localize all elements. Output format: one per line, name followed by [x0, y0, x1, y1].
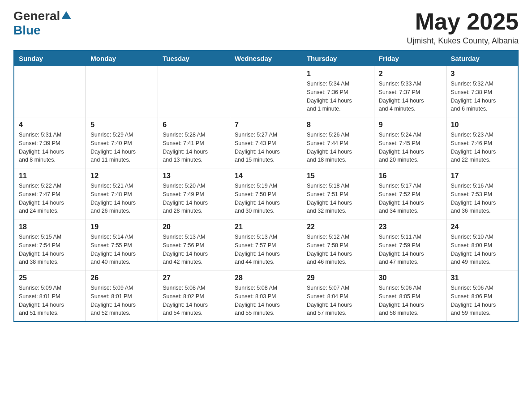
- calendar-cell: 9Sunrise: 5:24 AM Sunset: 7:45 PM Daylig…: [374, 117, 446, 168]
- day-number: 14: [235, 172, 297, 180]
- svg-marker-0: [61, 11, 71, 19]
- day-info: Sunrise: 5:15 AM Sunset: 7:54 PM Dayligh…: [19, 233, 81, 266]
- day-number: 18: [19, 223, 81, 231]
- day-number: 13: [163, 172, 225, 180]
- day-number: 19: [90, 223, 153, 231]
- day-info: Sunrise: 5:22 AM Sunset: 7:47 PM Dayligh…: [19, 182, 81, 215]
- col-header-friday: Friday: [374, 51, 446, 66]
- day-info: Sunrise: 5:08 AM Sunset: 8:03 PM Dayligh…: [235, 284, 297, 317]
- day-number: 3: [451, 70, 513, 78]
- logo: General Blue: [13, 9, 71, 38]
- day-info: Sunrise: 5:08 AM Sunset: 8:02 PM Dayligh…: [163, 284, 225, 317]
- calendar-cell: 11Sunrise: 5:22 AM Sunset: 7:47 PM Dayli…: [14, 168, 86, 219]
- calendar-cell: 25Sunrise: 5:09 AM Sunset: 8:01 PM Dayli…: [14, 270, 86, 322]
- calendar-cell: 28Sunrise: 5:08 AM Sunset: 8:03 PM Dayli…: [230, 270, 302, 322]
- day-info: Sunrise: 5:26 AM Sunset: 7:44 PM Dayligh…: [307, 131, 369, 164]
- calendar-cell: 21Sunrise: 5:13 AM Sunset: 7:57 PM Dayli…: [230, 219, 302, 270]
- title-block: May 2025 Ujmisht, Kukes County, Albania: [407, 9, 519, 46]
- day-info: Sunrise: 5:28 AM Sunset: 7:41 PM Dayligh…: [163, 131, 225, 164]
- calendar-cell: 3Sunrise: 5:32 AM Sunset: 7:38 PM Daylig…: [446, 66, 518, 117]
- calendar-cell: 5Sunrise: 5:29 AM Sunset: 7:40 PM Daylig…: [86, 117, 158, 168]
- col-header-tuesday: Tuesday: [158, 51, 230, 66]
- col-header-saturday: Saturday: [446, 51, 518, 66]
- calendar-cell: 31Sunrise: 5:06 AM Sunset: 8:06 PM Dayli…: [446, 270, 518, 322]
- day-number: 30: [379, 274, 442, 282]
- day-info: Sunrise: 5:32 AM Sunset: 7:38 PM Dayligh…: [451, 80, 513, 113]
- day-number: 27: [163, 274, 225, 282]
- day-number: 5: [90, 121, 153, 129]
- day-info: Sunrise: 5:33 AM Sunset: 7:37 PM Dayligh…: [379, 80, 442, 113]
- calendar-week-row: 1Sunrise: 5:34 AM Sunset: 7:36 PM Daylig…: [14, 66, 518, 117]
- day-info: Sunrise: 5:27 AM Sunset: 7:43 PM Dayligh…: [235, 131, 297, 164]
- day-info: Sunrise: 5:12 AM Sunset: 7:58 PM Dayligh…: [307, 233, 369, 266]
- day-number: 7: [235, 121, 297, 129]
- day-number: 8: [307, 121, 369, 129]
- col-header-monday: Monday: [86, 51, 158, 66]
- day-number: 22: [307, 223, 369, 231]
- day-number: 20: [163, 223, 225, 231]
- calendar-cell: 2Sunrise: 5:33 AM Sunset: 7:37 PM Daylig…: [374, 66, 446, 117]
- calendar-cell: 8Sunrise: 5:26 AM Sunset: 7:44 PM Daylig…: [302, 117, 374, 168]
- col-header-thursday: Thursday: [302, 51, 374, 66]
- calendar-cell: 23Sunrise: 5:11 AM Sunset: 7:59 PM Dayli…: [374, 219, 446, 270]
- calendar-cell: 19Sunrise: 5:14 AM Sunset: 7:55 PM Dayli…: [86, 219, 158, 270]
- day-info: Sunrise: 5:20 AM Sunset: 7:49 PM Dayligh…: [163, 182, 225, 215]
- calendar-cell: 12Sunrise: 5:21 AM Sunset: 7:48 PM Dayli…: [86, 168, 158, 219]
- calendar-week-row: 25Sunrise: 5:09 AM Sunset: 8:01 PM Dayli…: [14, 270, 518, 322]
- day-info: Sunrise: 5:10 AM Sunset: 8:00 PM Dayligh…: [451, 233, 513, 266]
- day-number: 2: [379, 70, 442, 78]
- col-header-wednesday: Wednesday: [230, 51, 302, 66]
- day-info: Sunrise: 5:06 AM Sunset: 8:06 PM Dayligh…: [451, 284, 513, 317]
- calendar-cell: 16Sunrise: 5:17 AM Sunset: 7:52 PM Dayli…: [374, 168, 446, 219]
- calendar-cell: 17Sunrise: 5:16 AM Sunset: 7:53 PM Dayli…: [446, 168, 518, 219]
- day-number: 10: [451, 121, 513, 129]
- day-number: 25: [19, 274, 81, 282]
- calendar-cell: 22Sunrise: 5:12 AM Sunset: 7:58 PM Dayli…: [302, 219, 374, 270]
- day-number: 24: [451, 223, 513, 231]
- col-header-sunday: Sunday: [14, 51, 86, 66]
- day-info: Sunrise: 5:21 AM Sunset: 7:48 PM Dayligh…: [90, 182, 153, 215]
- day-info: Sunrise: 5:07 AM Sunset: 8:04 PM Dayligh…: [307, 284, 369, 317]
- day-info: Sunrise: 5:09 AM Sunset: 8:01 PM Dayligh…: [19, 284, 81, 317]
- day-info: Sunrise: 5:31 AM Sunset: 7:39 PM Dayligh…: [19, 131, 81, 164]
- logo-blue-text: Blue: [13, 23, 41, 38]
- day-number: 29: [307, 274, 369, 282]
- day-number: 1: [307, 70, 369, 78]
- day-number: 31: [451, 274, 513, 282]
- page-title: May 2025: [407, 9, 519, 34]
- day-number: 28: [235, 274, 297, 282]
- calendar-cell: 7Sunrise: 5:27 AM Sunset: 7:43 PM Daylig…: [230, 117, 302, 168]
- calendar-cell: 4Sunrise: 5:31 AM Sunset: 7:39 PM Daylig…: [14, 117, 86, 168]
- calendar-week-row: 18Sunrise: 5:15 AM Sunset: 7:54 PM Dayli…: [14, 219, 518, 270]
- calendar-cell: 29Sunrise: 5:07 AM Sunset: 8:04 PM Dayli…: [302, 270, 374, 322]
- day-number: 9: [379, 121, 442, 129]
- day-number: 16: [379, 172, 442, 180]
- day-number: 12: [90, 172, 153, 180]
- day-info: Sunrise: 5:11 AM Sunset: 7:59 PM Dayligh…: [379, 233, 442, 266]
- day-number: 26: [90, 274, 153, 282]
- calendar-cell: 10Sunrise: 5:23 AM Sunset: 7:46 PM Dayli…: [446, 117, 518, 168]
- day-info: Sunrise: 5:23 AM Sunset: 7:46 PM Dayligh…: [451, 131, 513, 164]
- calendar-cell: 27Sunrise: 5:08 AM Sunset: 8:02 PM Dayli…: [158, 270, 230, 322]
- day-number: 23: [379, 223, 442, 231]
- calendar-cell: 14Sunrise: 5:19 AM Sunset: 7:50 PM Dayli…: [230, 168, 302, 219]
- calendar-week-row: 4Sunrise: 5:31 AM Sunset: 7:39 PM Daylig…: [14, 117, 518, 168]
- day-info: Sunrise: 5:18 AM Sunset: 7:51 PM Dayligh…: [307, 182, 369, 215]
- calendar-cell: 18Sunrise: 5:15 AM Sunset: 7:54 PM Dayli…: [14, 219, 86, 270]
- day-info: Sunrise: 5:14 AM Sunset: 7:55 PM Dayligh…: [90, 233, 153, 266]
- calendar-week-row: 11Sunrise: 5:22 AM Sunset: 7:47 PM Dayli…: [14, 168, 518, 219]
- calendar-cell: 30Sunrise: 5:06 AM Sunset: 8:05 PM Dayli…: [374, 270, 446, 322]
- day-info: Sunrise: 5:13 AM Sunset: 7:57 PM Dayligh…: [235, 233, 297, 266]
- calendar-cell: 13Sunrise: 5:20 AM Sunset: 7:49 PM Dayli…: [158, 168, 230, 219]
- day-info: Sunrise: 5:19 AM Sunset: 7:50 PM Dayligh…: [235, 182, 297, 215]
- page-header: General Blue May 2025 Ujmisht, Kukes Cou…: [13, 9, 519, 46]
- calendar-cell: [158, 66, 230, 117]
- logo-general-text: General: [13, 9, 60, 23]
- calendar-table: SundayMondayTuesdayWednesdayThursdayFrid…: [13, 50, 519, 322]
- calendar-cell: [86, 66, 158, 117]
- calendar-cell: 20Sunrise: 5:13 AM Sunset: 7:56 PM Dayli…: [158, 219, 230, 270]
- calendar-cell: 6Sunrise: 5:28 AM Sunset: 7:41 PM Daylig…: [158, 117, 230, 168]
- day-info: Sunrise: 5:34 AM Sunset: 7:36 PM Dayligh…: [307, 80, 369, 113]
- day-info: Sunrise: 5:06 AM Sunset: 8:05 PM Dayligh…: [379, 284, 442, 317]
- logo-triangle-icon: [61, 10, 71, 20]
